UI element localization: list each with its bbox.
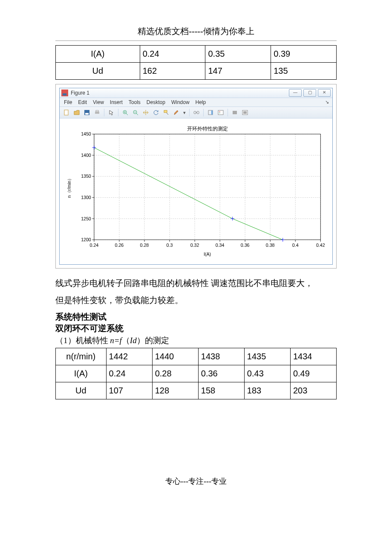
svg-line-13 [167, 113, 168, 115]
formula: Id [130, 336, 137, 345]
row-label: I(A) [56, 46, 140, 63]
zoom-out-icon[interactable] [131, 108, 140, 117]
svg-text:0.32: 0.32 [190, 243, 199, 248]
svg-text:1350: 1350 [81, 173, 91, 179]
svg-text:1450: 1450 [81, 131, 91, 136]
cell: 1440 [152, 348, 198, 365]
table-open-loop: I(A) 0.24 0.35 0.39 Ud 162 147 135 [55, 45, 337, 80]
menu-tools[interactable]: Tools [129, 99, 141, 105]
paragraph: 但是特性变软，带负载能力较差。 [55, 292, 337, 309]
datacursor-icon[interactable] [162, 108, 170, 117]
svg-text:0.34: 0.34 [216, 243, 225, 248]
table-closed-loop: n(r/min) 1442 1440 1438 1435 1434 I(A) 0… [55, 348, 337, 399]
link-icon[interactable] [192, 108, 201, 117]
row-label: I(A) [56, 365, 107, 382]
svg-rect-0 [64, 110, 68, 115]
window-titlebar: Figure 1 — ▢ ✕ [60, 88, 332, 98]
cell: 147 [205, 63, 271, 80]
text: （1）机械特性 [55, 336, 110, 345]
svg-rect-3 [95, 112, 99, 114]
matlab-figure-window: Figure 1 — ▢ ✕ File Edit View Insert Too… [59, 88, 333, 265]
rotate-icon[interactable] [152, 108, 160, 117]
row-label: Ud [56, 382, 107, 399]
svg-text:1400: 1400 [81, 153, 91, 158]
menu-desktop[interactable]: Desktop [147, 99, 165, 105]
open-icon[interactable] [72, 108, 81, 117]
menu-insert[interactable]: Insert [110, 99, 123, 105]
row-label: Ud [56, 63, 140, 80]
svg-rect-12 [164, 110, 167, 113]
svg-rect-19 [218, 110, 223, 115]
svg-text:0.24: 0.24 [90, 243, 99, 248]
cell: 0.35 [205, 46, 271, 63]
cell: 107 [106, 382, 152, 399]
cell: 1438 [198, 348, 244, 365]
svg-text:0.3: 0.3 [167, 243, 173, 248]
cell: 0.28 [152, 365, 198, 382]
new-icon[interactable] [62, 108, 71, 117]
paragraph: 线式异步电机转子回路串电阻的机械特性 调速范围比不串电阻要大， [55, 275, 337, 292]
toolbar: ▾ [60, 107, 332, 119]
cell: 203 [290, 382, 336, 399]
maximize-button[interactable]: ▢ [303, 89, 316, 97]
table-row: Ud 107 128 158 183 203 [56, 382, 337, 399]
zoom-in-icon[interactable] [121, 108, 130, 117]
svg-text:0.36: 0.36 [241, 243, 250, 248]
svg-line-6 [126, 113, 128, 115]
hide-plot-icon[interactable] [231, 108, 239, 117]
chart-svg: 0.240.260.280.30.320.340.360.380.40.4212… [64, 123, 328, 259]
brush-icon[interactable] [172, 108, 181, 117]
menu-help[interactable]: Help [196, 99, 206, 105]
cell: 0.49 [290, 365, 336, 382]
table-row: n(r/min) 1442 1440 1438 1435 1434 [56, 348, 337, 365]
svg-text:1200: 1200 [81, 237, 91, 242]
svg-text:n（r/min）: n（r/min） [66, 176, 72, 198]
table-row: I(A) 0.24 0.35 0.39 [56, 46, 337, 63]
menu-window[interactable]: Window [171, 99, 190, 105]
svg-text:0.42: 0.42 [316, 243, 325, 248]
svg-rect-73 [94, 134, 320, 240]
table-row: Ud 162 147 135 [56, 63, 337, 80]
svg-text:0.26: 0.26 [115, 243, 124, 248]
page-header: 精选优质文档-----倾情为你奉上 [55, 26, 337, 41]
cell: 0.36 [198, 365, 244, 382]
figure-container: Figure 1 — ▢ ✕ File Edit View Insert Too… [55, 84, 337, 269]
pointer-icon[interactable] [107, 108, 115, 117]
text: ） [137, 336, 145, 345]
text: （ [122, 336, 130, 345]
page-footer: 专心---专注---专业 [55, 476, 337, 486]
text: 的测定 [145, 336, 169, 345]
menu-edit[interactable]: Edit [78, 99, 87, 105]
cell: 1434 [290, 348, 336, 365]
minimize-button[interactable]: — [289, 89, 302, 97]
cell: 0.24 [140, 46, 205, 63]
svg-line-10 [136, 113, 138, 115]
svg-rect-24 [243, 111, 247, 114]
cell: 0.43 [244, 365, 290, 382]
cell: 183 [244, 382, 290, 399]
cell: 128 [152, 382, 198, 399]
svg-rect-4 [96, 110, 98, 112]
cell: 1442 [106, 348, 152, 365]
menu-file[interactable]: File [64, 99, 72, 105]
svg-text:1300: 1300 [81, 195, 91, 200]
close-button[interactable]: ✕ [318, 89, 331, 97]
table-row: I(A) 0.24 0.28 0.36 0.43 0.49 [56, 365, 337, 382]
menubar: File Edit View Insert Tools Desktop Wind… [60, 98, 332, 107]
dock-icon[interactable]: ↘ [325, 99, 329, 105]
save-icon[interactable] [83, 108, 91, 117]
print-icon[interactable] [93, 108, 101, 117]
svg-text:I(A): I(A) [204, 251, 211, 257]
pan-icon[interactable] [141, 108, 150, 117]
legend-icon[interactable] [216, 108, 225, 117]
svg-rect-2 [85, 113, 89, 115]
subsection-line: （1）机械特性 n=f（Id）的测定 [55, 335, 337, 346]
colorbar-icon[interactable] [206, 108, 215, 117]
brush-dropdown-icon[interactable]: ▾ [182, 108, 187, 117]
matlab-icon [61, 90, 68, 96]
svg-rect-22 [233, 111, 237, 114]
menu-view[interactable]: View [93, 99, 104, 105]
show-plot-icon[interactable] [241, 108, 249, 117]
cell: 135 [271, 63, 337, 80]
svg-text:0.4: 0.4 [292, 243, 299, 248]
